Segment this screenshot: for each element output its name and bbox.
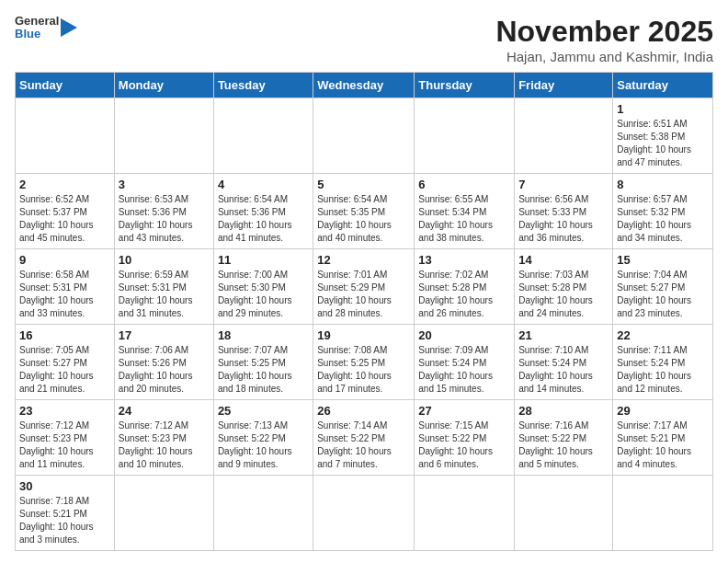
calendar-cell: 30Sunrise: 7:18 AMSunset: 5:21 PMDayligh… [16, 476, 115, 551]
day-number: 22 [617, 328, 709, 342]
calendar-cell: 8Sunrise: 6:57 AMSunset: 5:32 PMDaylight… [613, 174, 713, 249]
day-info: Sunrise: 7:18 AMSunset: 5:21 PMDaylight:… [19, 495, 110, 546]
day-number: 20 [418, 328, 510, 342]
calendar-cell: 18Sunrise: 7:07 AMSunset: 5:25 PMDayligh… [213, 325, 313, 400]
day-number: 18 [218, 328, 309, 342]
calendar-cell [313, 98, 415, 174]
calendar-cell [114, 476, 213, 551]
calendar-cell: 19Sunrise: 7:08 AMSunset: 5:25 PMDayligh… [313, 325, 415, 400]
calendar-cell: 4Sunrise: 6:54 AMSunset: 5:36 PMDaylight… [213, 174, 313, 249]
day-info: Sunrise: 6:59 AMSunset: 5:31 PMDaylight:… [119, 269, 210, 320]
day-number: 19 [317, 328, 410, 342]
col-header-monday: Monday [114, 73, 213, 98]
page-header: General Blue November 2025 Hajan, Jammu … [15, 15, 713, 64]
day-info: Sunrise: 7:05 AMSunset: 5:27 PMDaylight:… [19, 344, 110, 396]
day-number: 16 [19, 328, 110, 342]
calendar-week-row: 16Sunrise: 7:05 AMSunset: 5:27 PMDayligh… [16, 325, 713, 400]
day-info: Sunrise: 7:06 AMSunset: 5:26 PMDaylight:… [119, 344, 210, 396]
calendar-cell: 12Sunrise: 7:01 AMSunset: 5:29 PMDayligh… [313, 249, 415, 325]
calendar-week-row: 1Sunrise: 6:51 AMSunset: 5:38 PMDaylight… [16, 98, 713, 174]
calendar-cell: 15Sunrise: 7:04 AMSunset: 5:27 PMDayligh… [613, 249, 713, 325]
calendar-cell: 3Sunrise: 6:53 AMSunset: 5:36 PMDaylight… [114, 174, 213, 249]
day-info: Sunrise: 7:16 AMSunset: 5:22 PMDaylight:… [518, 419, 609, 471]
calendar-cell: 10Sunrise: 6:59 AMSunset: 5:31 PMDayligh… [114, 249, 213, 325]
calendar-cell: 11Sunrise: 7:00 AMSunset: 5:30 PMDayligh… [213, 249, 313, 325]
day-info: Sunrise: 7:09 AMSunset: 5:24 PMDaylight:… [418, 344, 510, 396]
calendar-table: Sunday Monday Tuesday Wednesday Thursday… [15, 72, 713, 551]
calendar-cell [515, 476, 613, 551]
calendar-title: November 2025 [495, 15, 713, 49]
calendar-cell: 27Sunrise: 7:15 AMSunset: 5:22 PMDayligh… [415, 400, 515, 476]
day-number: 6 [418, 178, 510, 191]
day-number: 30 [19, 479, 110, 493]
col-header-friday: Friday [515, 73, 613, 98]
calendar-cell: 29Sunrise: 7:17 AMSunset: 5:21 PMDayligh… [613, 400, 713, 476]
day-number: 11 [218, 253, 309, 267]
day-info: Sunrise: 7:14 AMSunset: 5:22 PMDaylight:… [317, 419, 410, 471]
calendar-cell: 16Sunrise: 7:05 AMSunset: 5:27 PMDayligh… [16, 325, 115, 400]
day-number: 3 [119, 178, 210, 191]
col-header-thursday: Thursday [415, 73, 515, 98]
day-number: 28 [518, 404, 609, 418]
calendar-week-row: 30Sunrise: 7:18 AMSunset: 5:21 PMDayligh… [16, 476, 713, 551]
calendar-cell [313, 476, 415, 551]
calendar-cell: 2Sunrise: 6:52 AMSunset: 5:37 PMDaylight… [16, 174, 115, 249]
day-info: Sunrise: 7:00 AMSunset: 5:30 PMDaylight:… [218, 269, 309, 320]
calendar-cell: 6Sunrise: 6:55 AMSunset: 5:34 PMDaylight… [415, 174, 515, 249]
logo-triangle-icon [61, 16, 77, 40]
day-number: 21 [518, 328, 609, 342]
calendar-cell [213, 98, 313, 174]
day-number: 26 [317, 404, 410, 418]
day-number: 10 [119, 253, 210, 267]
day-number: 8 [617, 178, 709, 191]
logo: General Blue [15, 15, 77, 41]
calendar-week-row: 2Sunrise: 6:52 AMSunset: 5:37 PMDaylight… [16, 174, 713, 249]
day-number: 29 [617, 404, 709, 418]
calendar-cell: 21Sunrise: 7:10 AMSunset: 5:24 PMDayligh… [515, 325, 613, 400]
calendar-week-row: 9Sunrise: 6:58 AMSunset: 5:31 PMDaylight… [16, 249, 713, 325]
day-number: 1 [617, 102, 709, 116]
day-number: 5 [317, 178, 410, 191]
calendar-cell: 5Sunrise: 6:54 AMSunset: 5:35 PMDaylight… [313, 174, 415, 249]
calendar-cell: 9Sunrise: 6:58 AMSunset: 5:31 PMDaylight… [16, 249, 115, 325]
col-header-sunday: Sunday [16, 73, 115, 98]
day-info: Sunrise: 6:54 AMSunset: 5:35 PMDaylight:… [317, 193, 410, 245]
day-info: Sunrise: 7:12 AMSunset: 5:23 PMDaylight:… [119, 419, 210, 471]
day-info: Sunrise: 7:03 AMSunset: 5:28 PMDaylight:… [518, 269, 609, 320]
col-header-tuesday: Tuesday [213, 73, 313, 98]
calendar-cell: 25Sunrise: 7:13 AMSunset: 5:22 PMDayligh… [213, 400, 313, 476]
calendar-cell [515, 98, 613, 174]
day-info: Sunrise: 7:10 AMSunset: 5:24 PMDaylight:… [518, 344, 609, 396]
calendar-cell: 17Sunrise: 7:06 AMSunset: 5:26 PMDayligh… [114, 325, 213, 400]
day-number: 9 [19, 253, 110, 267]
calendar-header-row: Sunday Monday Tuesday Wednesday Thursday… [16, 73, 713, 98]
calendar-cell: 26Sunrise: 7:14 AMSunset: 5:22 PMDayligh… [313, 400, 415, 476]
day-info: Sunrise: 6:51 AMSunset: 5:38 PMDaylight:… [617, 118, 709, 169]
day-number: 14 [518, 253, 609, 267]
day-info: Sunrise: 6:56 AMSunset: 5:33 PMDaylight:… [518, 193, 609, 245]
day-info: Sunrise: 7:12 AMSunset: 5:23 PMDaylight:… [19, 419, 110, 471]
calendar-cell [415, 98, 515, 174]
col-header-wednesday: Wednesday [313, 73, 415, 98]
calendar-cell: 22Sunrise: 7:11 AMSunset: 5:24 PMDayligh… [613, 325, 713, 400]
day-info: Sunrise: 6:57 AMSunset: 5:32 PMDaylight:… [617, 193, 709, 245]
calendar-cell [16, 98, 115, 174]
calendar-cell: 28Sunrise: 7:16 AMSunset: 5:22 PMDayligh… [515, 400, 613, 476]
day-info: Sunrise: 6:53 AMSunset: 5:36 PMDaylight:… [119, 193, 210, 245]
day-number: 27 [418, 404, 510, 418]
svg-marker-0 [61, 18, 77, 37]
day-info: Sunrise: 6:52 AMSunset: 5:37 PMDaylight:… [19, 193, 110, 245]
day-info: Sunrise: 7:07 AMSunset: 5:25 PMDaylight:… [218, 344, 309, 396]
calendar-subtitle: Hajan, Jammu and Kashmir, India [495, 49, 713, 64]
day-number: 12 [317, 253, 410, 267]
day-info: Sunrise: 7:17 AMSunset: 5:21 PMDaylight:… [617, 419, 709, 471]
calendar-cell: 1Sunrise: 6:51 AMSunset: 5:38 PMDaylight… [613, 98, 713, 174]
calendar-week-row: 23Sunrise: 7:12 AMSunset: 5:23 PMDayligh… [16, 400, 713, 476]
day-number: 24 [119, 404, 210, 418]
calendar-cell: 20Sunrise: 7:09 AMSunset: 5:24 PMDayligh… [415, 325, 515, 400]
calendar-cell: 13Sunrise: 7:02 AMSunset: 5:28 PMDayligh… [415, 249, 515, 325]
day-info: Sunrise: 7:04 AMSunset: 5:27 PMDaylight:… [617, 269, 709, 320]
day-info: Sunrise: 6:55 AMSunset: 5:34 PMDaylight:… [418, 193, 510, 245]
title-area: November 2025 Hajan, Jammu and Kashmir, … [495, 15, 713, 64]
calendar-cell [415, 476, 515, 551]
